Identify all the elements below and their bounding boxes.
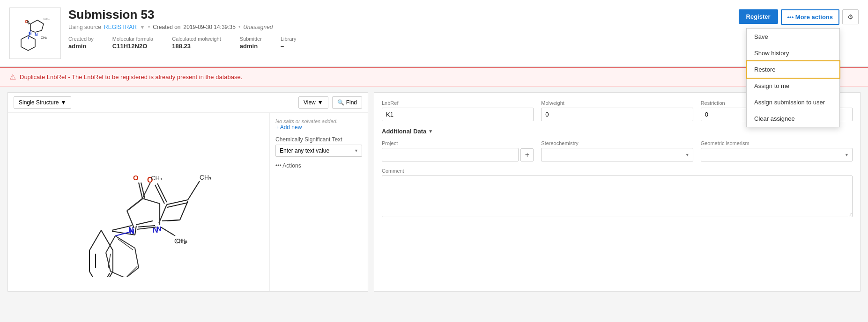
svg-line-45	[127, 198, 142, 211]
project-input[interactable]	[382, 148, 519, 161]
field-created-by: Created by admin	[68, 36, 94, 50]
additional-data-header[interactable]: Additional Data ▼	[382, 128, 853, 135]
assignment-status: Unassigned	[243, 24, 273, 30]
svg-line-65	[115, 236, 135, 248]
stereochemistry-group: Stereochemistry	[541, 140, 693, 161]
svg-line-66	[118, 239, 133, 250]
svg-line-61	[106, 253, 111, 271]
stereochemistry-select[interactable]	[541, 148, 693, 161]
svg-line-21	[101, 230, 113, 250]
chevron-down-icon: ▼	[428, 129, 433, 134]
left-panel-body: N N CH₃ CH₃	[8, 113, 368, 291]
comment-group: Comment	[382, 168, 853, 219]
page-header: N N O CH₃ CH₃ Submission 53 Using source…	[0, 0, 868, 67]
chevron-down-icon: ▼	[60, 99, 66, 106]
svg-line-3	[37, 20, 44, 24]
project-group: Project +	[382, 140, 534, 161]
more-actions-dropdown: Save Show history Restore Assign to me A…	[746, 28, 840, 127]
single-structure-button[interactable]: Single Structure ▼	[14, 96, 71, 109]
svg-line-62	[111, 271, 126, 277]
chevron-down-icon: ▼	[318, 99, 323, 106]
geometric-isomerism-label: Geometric isomerism	[701, 140, 853, 146]
salt-info-text: No salts or solvates added.	[275, 118, 362, 124]
cst-select-wrapper: Enter any text value	[275, 145, 362, 157]
molweight-group: Molweight	[541, 100, 693, 121]
molecule-thumbnail: N N O CH₃ CH₃	[9, 7, 61, 59]
comment-textarea[interactable]	[382, 176, 853, 217]
svg-line-41	[136, 221, 153, 225]
svg-text:CH₃: CH₃	[41, 36, 47, 39]
svg-line-16	[89, 230, 101, 250]
find-button[interactable]: 🔍 Find	[332, 96, 362, 109]
source-value[interactable]: REGISTRAR	[104, 24, 137, 30]
svg-line-44	[127, 211, 134, 228]
header-actions: Register ••• More actions ⚙	[739, 9, 859, 25]
more-actions-button[interactable]: ••• More actions	[781, 9, 839, 25]
view-button[interactable]: View ▼	[298, 96, 328, 109]
molweight-input[interactable]	[541, 108, 693, 121]
svg-line-68	[127, 266, 137, 276]
svg-text:CH₃: CH₃	[151, 175, 162, 182]
main-content: Single Structure ▼ View ▼ 🔍 Find	[0, 87, 868, 297]
add-new-link[interactable]: + Add new	[275, 124, 362, 131]
molweight-label: Molweight	[541, 100, 693, 106]
field-library: Library –	[281, 36, 297, 50]
created-label: Created on	[153, 24, 180, 30]
svg-text:N: N	[156, 225, 162, 233]
form-row-2: Project + Stereochemistry Geometric isom…	[382, 140, 853, 161]
project-add-button[interactable]: +	[520, 148, 534, 161]
stereochemistry-select-wrapper	[541, 148, 693, 161]
svg-line-64	[135, 248, 139, 268]
register-button[interactable]: Register	[739, 9, 778, 24]
cst-select[interactable]: Enter any text value	[275, 145, 362, 157]
warning-bar: ⚠ Duplicate LnbRef - The LnbRef to be re…	[0, 67, 868, 87]
dropdown-restore[interactable]: Restore	[747, 61, 839, 78]
dropdown-assign-submission[interactable]: Assign submission to user	[747, 94, 839, 110]
header-fields: Created by admin Molecular formula C11H1…	[68, 36, 731, 50]
svg-text:N: N	[35, 32, 38, 37]
stereochemistry-label: Stereochemistry	[541, 140, 693, 146]
svg-text:CH₃: CH₃	[176, 237, 187, 244]
actions-link[interactable]: ••• Actions	[275, 162, 362, 169]
geometric-isomerism-group: Geometric isomerism	[701, 140, 853, 161]
structure-area: N N CH₃ CH₃	[8, 113, 269, 291]
svg-line-33	[188, 181, 200, 200]
svg-line-46	[128, 198, 143, 210]
warning-icon: ⚠	[9, 73, 16, 81]
gear-button[interactable]: ⚙	[842, 9, 859, 24]
project-label: Project	[382, 140, 534, 146]
source-label: Using source	[68, 24, 101, 30]
svg-line-60	[106, 236, 115, 253]
svg-line-42	[135, 226, 136, 235]
lnbref-group: LnbRef	[382, 100, 534, 121]
field-molweight: Calculated molweight 188.23	[172, 36, 221, 50]
svg-line-55	[162, 228, 175, 236]
lnbref-label: LnbRef	[382, 100, 534, 106]
svg-line-47	[142, 198, 160, 204]
created-date: 2019-09-30 14:39:35	[184, 24, 236, 30]
svg-text:CH₃: CH₃	[200, 174, 212, 181]
field-molecular-formula: Molecular formula C11H12N2O	[112, 36, 153, 50]
comment-label: Comment	[382, 168, 853, 174]
salt-solvate-panel: No salts or solvates added. + Add new Ch…	[269, 113, 368, 291]
search-icon: 🔍	[337, 99, 344, 106]
dropdown-assign-to-me[interactable]: Assign to me	[747, 78, 839, 94]
dropdown-save[interactable]: Save	[747, 29, 839, 45]
header-meta: Using source REGISTRAR ▼ • Created on 20…	[68, 24, 731, 30]
left-panel-toolbar: Single Structure ▼ View ▼ 🔍 Find	[8, 93, 368, 113]
dropdown-show-history[interactable]: Show history	[747, 45, 839, 61]
svg-line-19	[101, 271, 113, 277]
cst-label: Chemically Significant Text	[275, 136, 362, 143]
svg-line-4	[42, 24, 44, 30]
geometric-isomerism-select[interactable]	[701, 148, 853, 161]
lnbref-input[interactable]	[382, 108, 534, 121]
svg-marker-0	[21, 36, 35, 51]
toolbar-right: View ▼ 🔍 Find	[298, 96, 362, 109]
svg-line-52	[142, 183, 150, 198]
svg-text:O: O	[133, 174, 139, 182]
geometric-isomerism-select-wrapper	[701, 148, 853, 161]
svg-line-23	[101, 273, 110, 277]
dropdown-clear-assignee[interactable]: Clear assignee	[747, 110, 839, 127]
svg-line-2	[30, 20, 37, 24]
left-panel: Single Structure ▼ View ▼ 🔍 Find	[7, 92, 368, 292]
